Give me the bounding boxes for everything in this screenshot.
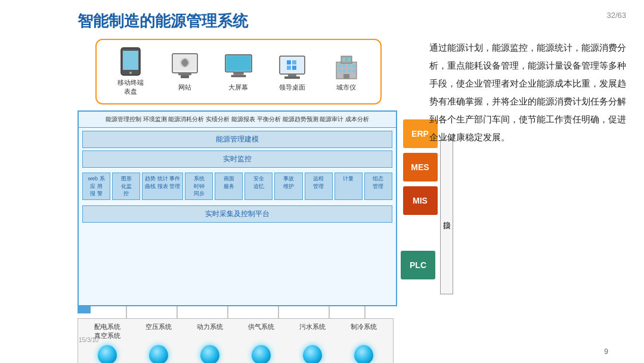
slide-number: 32/63	[606, 11, 626, 20]
bottom-systems-labels: 配电系统真空系统 空压系统 动力系统 供气系统 污水系统 制冷系统	[82, 322, 389, 340]
svg-rect-32	[343, 74, 349, 79]
svg-rect-16	[287, 66, 291, 70]
lights-row	[82, 345, 389, 363]
svg-rect-18	[288, 74, 296, 76]
svg-rect-31	[348, 58, 351, 61]
sub6: 安全追忆	[244, 173, 273, 200]
plc-box: PLC	[401, 251, 435, 279]
svg-rect-14	[287, 60, 291, 64]
mis-box: MIS	[403, 186, 438, 215]
svg-rect-6	[178, 73, 191, 75]
control-platform: 实时采集及控制平台	[82, 205, 392, 223]
module1-bar: 能源管理建模	[82, 131, 392, 148]
svg-rect-29	[352, 69, 355, 72]
description-text: 通过能源计划，能源监控，能源统计，能源消费分析，重点能耗设备管理，能源计量设备管…	[429, 39, 626, 146]
sub10: 组态管理	[364, 173, 392, 200]
mobile-label2: 表盘	[124, 87, 137, 96]
bigscreen-icon	[224, 52, 253, 81]
svg-rect-22	[338, 64, 341, 67]
svg-rect-17	[292, 66, 296, 70]
slide-title: 智能制造的能源管理系统	[78, 11, 248, 32]
functions-bar: 能源管理控制 环境监测 能源消耗分析 实绩分析 能源报表 平衡分析 能源趋势预测…	[79, 112, 396, 128]
sub2: 图形化监控	[112, 173, 140, 200]
sys6-label: 制冷系统	[351, 322, 377, 340]
light1	[98, 345, 117, 363]
slide-container: 智能制造的能源管理系统 32/63 移动终端 表盘	[0, 0, 644, 363]
light3	[200, 345, 219, 363]
svg-rect-26	[338, 69, 341, 72]
city-icon	[332, 52, 361, 81]
svg-rect-13	[281, 57, 304, 73]
light4	[252, 345, 271, 363]
bottom-systems-box: 配电系统真空系统 空压系统 动力系统 供气系统 污水系统 制冷系统	[78, 318, 394, 363]
light6	[354, 345, 373, 363]
website-label: 网站	[178, 83, 191, 92]
diagram-area: 移动终端 表盘 网站	[78, 39, 400, 343]
sub8: 远程管理	[305, 173, 333, 200]
svg-rect-9	[227, 56, 250, 70]
device-desktop: 领导桌面	[268, 52, 316, 92]
svg-rect-24	[348, 64, 351, 67]
svg-rect-19	[284, 76, 300, 79]
device-city: 城市仪	[323, 52, 370, 92]
sub5: 画面服务	[215, 173, 243, 200]
svg-rect-25	[352, 64, 355, 67]
city-label: 城市仪	[336, 83, 356, 92]
device-website: 网站	[161, 52, 209, 92]
subsystems-grid: web 系应 用报 警 图形化监控 趋势 统计 事件曲线 报表 管理 系统时钟同…	[79, 170, 396, 202]
light5	[303, 345, 322, 363]
bottom-date: 15/3/10	[79, 337, 98, 343]
sub3: 趋势 统计 事件曲线 报表 管理	[142, 173, 183, 200]
device-mobile: 移动终端 表盘	[107, 47, 154, 96]
module2-bar: 实时监控	[82, 150, 392, 168]
description-panel: 通过能源计划，能源监控，能源统计，能源消费分析，重点能耗设备管理，能源计量设备管…	[429, 39, 626, 146]
mes-box: MES	[403, 153, 438, 182]
svg-rect-1	[123, 51, 138, 70]
sub9: 计量	[335, 173, 363, 200]
mobile-label: 移动终端	[117, 78, 144, 87]
svg-rect-10	[233, 72, 243, 75]
sys4-label: 供气系统	[248, 322, 274, 340]
bigscreen-label: 大屏幕	[228, 83, 248, 92]
sys5-label: 污水系统	[299, 322, 326, 340]
sys2-label: 空压系统	[145, 322, 172, 340]
devices-row: 移动终端 表盘 网站	[95, 39, 382, 104]
desktop-icon	[278, 52, 306, 81]
svg-rect-15	[292, 60, 296, 64]
sub4: 系统时钟同步	[185, 173, 213, 200]
svg-rect-28	[348, 69, 351, 72]
sys3-label: 动力系统	[197, 322, 223, 340]
svg-rect-30	[342, 58, 345, 61]
svg-rect-23	[343, 64, 346, 67]
mobile-icon	[116, 47, 145, 76]
sub1: web 系应 用报 警	[82, 173, 110, 200]
interface-label: 接口	[440, 139, 453, 294]
website-icon	[171, 52, 199, 81]
svg-rect-7	[181, 75, 189, 78]
svg-rect-11	[231, 75, 246, 77]
slide-page-bottom: 9	[604, 347, 608, 356]
svg-point-2	[129, 72, 132, 74]
device-bigscreen: 大屏幕	[215, 52, 262, 92]
sub7: 事故维护	[274, 173, 302, 200]
light2	[149, 345, 168, 363]
desktop-label: 领导桌面	[279, 83, 305, 92]
svg-rect-27	[343, 69, 346, 72]
